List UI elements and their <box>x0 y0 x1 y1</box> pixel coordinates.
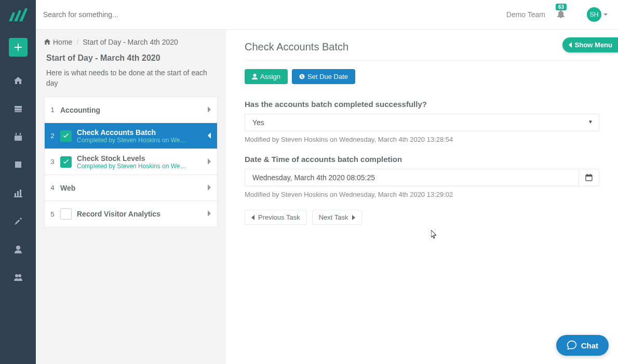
show-menu-button[interactable]: Show Menu <box>562 37 618 52</box>
search-input[interactable] <box>43 10 506 19</box>
breadcrumb-separator: / <box>76 38 78 46</box>
panel-title: Start of Day - March 4th 2020 <box>46 53 218 63</box>
task-number: 3 <box>45 158 60 166</box>
svg-rect-17 <box>586 175 592 177</box>
chevron-left-icon <box>569 42 572 48</box>
svg-point-12 <box>15 274 18 277</box>
task-title: Record Visitor Analytics <box>77 210 201 218</box>
task-subtitle: Completed by Steven Hoskins on We… <box>77 163 201 170</box>
task-check-empty <box>60 208 72 220</box>
chat-icon <box>567 340 577 350</box>
caret-down-icon <box>603 14 608 16</box>
svg-rect-18 <box>587 174 588 176</box>
nav-sidebar <box>0 0 36 364</box>
task-section-accounting[interactable]: 1 Accounting <box>45 97 217 123</box>
task-section-web[interactable]: 4 Web <box>45 175 217 201</box>
batch-success-label: Has the accounts batch completed success… <box>245 100 599 109</box>
svg-rect-10 <box>20 190 21 196</box>
task-title: Accounting <box>60 106 201 114</box>
svg-rect-19 <box>590 174 592 176</box>
next-task-label: Next Task <box>319 213 348 221</box>
next-task-button[interactable]: Next Task <box>312 210 362 225</box>
chevron-right-icon <box>201 106 217 114</box>
form-group-completion-time: Date & Time of accounts batch completion… <box>245 155 599 198</box>
main-content: Show Menu Check Accounts Batch Assign Se… <box>226 30 618 364</box>
chevron-right-icon <box>201 158 217 166</box>
assign-button[interactable]: Assign <box>245 69 288 84</box>
task-number: 4 <box>45 184 60 192</box>
task-record-visitor-analytics[interactable]: 5 Record Visitor Analytics <box>45 201 217 227</box>
batch-success-select[interactable]: Yes <box>245 114 599 131</box>
breadcrumb-home-label: Home <box>53 38 72 46</box>
nav-server[interactable] <box>0 95 36 123</box>
form-group-batch-success: Has the accounts batch completed success… <box>245 100 599 143</box>
show-menu-label: Show Menu <box>575 41 612 49</box>
app-logo[interactable] <box>0 0 36 30</box>
task-number: 2 <box>45 132 60 140</box>
task-check-stock-levels[interactable]: 3 Check Stock Levels Completed by Steven… <box>45 149 217 175</box>
chat-button[interactable]: Chat <box>556 335 609 356</box>
set-due-date-button[interactable]: Set Due Date <box>292 69 355 84</box>
previous-task-button[interactable]: Previous Task <box>245 210 307 225</box>
nav-user[interactable] <box>0 235 36 263</box>
user-menu[interactable]: SH <box>587 7 608 22</box>
svg-rect-8 <box>15 193 16 196</box>
task-check-done <box>60 130 72 142</box>
chevron-right-icon <box>201 184 217 192</box>
task-check-accounts-batch[interactable]: 2 Check Accounts Batch Completed by Stev… <box>45 123 217 149</box>
breadcrumb: Home / Start of Day - March 4th 2020 <box>44 38 218 46</box>
svg-rect-1 <box>15 109 22 111</box>
previous-task-label: Previous Task <box>258 213 300 221</box>
svg-rect-9 <box>17 191 19 196</box>
chevron-right-icon <box>352 215 355 220</box>
calendar-picker-button[interactable] <box>579 169 599 186</box>
svg-point-14 <box>253 74 257 77</box>
set-due-date-label: Set Due Date <box>307 73 348 80</box>
assign-label: Assign <box>260 73 280 80</box>
nav-users[interactable] <box>0 263 36 291</box>
notif-badge: 63 <box>556 4 567 10</box>
clock-icon <box>299 74 305 79</box>
chat-label: Chat <box>581 341 598 350</box>
team-label[interactable]: Demo Team <box>506 10 545 19</box>
nav-book[interactable] <box>0 151 36 179</box>
svg-rect-6 <box>20 133 21 135</box>
breadcrumb-home[interactable]: Home <box>44 38 72 46</box>
bell-icon <box>557 10 565 18</box>
nav-chart[interactable] <box>0 179 36 207</box>
check-icon <box>63 133 69 139</box>
svg-rect-2 <box>15 111 22 112</box>
add-button[interactable] <box>9 38 28 57</box>
svg-rect-5 <box>16 133 17 135</box>
completion-time-input[interactable] <box>245 169 579 186</box>
nav-settings[interactable] <box>0 207 36 235</box>
task-check-done <box>60 156 72 168</box>
notifications[interactable]: 63 <box>557 10 565 20</box>
task-subtitle: Completed by Steven Hoskins on We… <box>77 137 201 144</box>
top-header: Demo Team 63 SH <box>36 0 618 30</box>
task-nav-buttons: Previous Task Next Task <box>245 210 599 225</box>
nav-home[interactable] <box>0 67 36 95</box>
completion-time-meta: Modified by Steven Hoskins on Wednesday,… <box>245 191 599 198</box>
calendar-icon <box>585 174 593 181</box>
nav-calendar[interactable] <box>0 123 36 151</box>
task-list: 1 Accounting 2 Check Accounts Batch Comp… <box>44 97 218 227</box>
breadcrumb-current: Start of Day - March 4th 2020 <box>83 38 178 46</box>
svg-rect-0 <box>15 106 22 108</box>
task-title: Check Accounts Batch <box>77 128 201 137</box>
avatar: SH <box>587 7 601 22</box>
task-number: 1 <box>45 106 60 114</box>
completion-time-label: Date & Time of accounts batch completion <box>245 155 599 164</box>
batch-success-meta: Modified by Steven Hoskins on Wednesday,… <box>245 136 599 143</box>
chevron-left-icon <box>201 132 217 140</box>
home-icon <box>44 39 50 45</box>
task-panel: Home / Start of Day - March 4th 2020 Sta… <box>36 30 226 364</box>
svg-point-11 <box>16 246 20 250</box>
svg-point-13 <box>18 274 21 277</box>
panel-description: Here is what needs to be done at the sta… <box>46 68 218 88</box>
task-title: Check Stock Levels <box>77 154 201 163</box>
page-title: Check Accounts Batch <box>245 41 599 61</box>
chevron-right-icon <box>201 210 217 218</box>
action-buttons: Assign Set Due Date <box>245 69 599 84</box>
user-icon <box>252 74 258 79</box>
